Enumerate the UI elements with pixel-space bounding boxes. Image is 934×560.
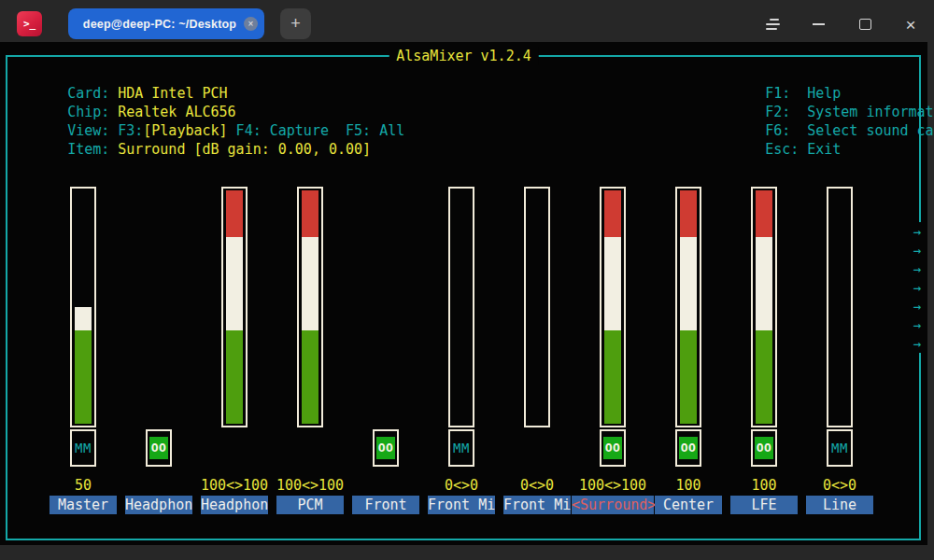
channel-0-master-label[interactable]: Master [50,496,117,514]
switch-state: OO [603,437,622,459]
close-button[interactable]: × [898,11,924,37]
white-level-segment [302,237,318,330]
switch-state: MM [831,439,848,457]
scroll-right-icon: → [906,334,928,353]
channel-6-front-mi-label[interactable]: Front Mi [503,496,571,514]
white-level-segment [680,237,697,330]
red-level-segment [302,190,318,237]
channel-1-headphon-mute-switch[interactable]: OO [146,429,172,467]
channel-5-front-mi-mute-switch[interactable]: MM [448,429,474,467]
channel-9-lfe-label[interactable]: LFE [730,496,798,514]
item-label: Item: [67,140,118,159]
white-level-segment [226,237,243,330]
channel-3-pcm-volume-bar[interactable] [297,187,323,427]
scroll-right-icon: → [906,278,928,297]
volume-fill [226,190,243,424]
volume-fill [529,190,545,424]
help-esc: Esc:Exit [715,121,841,177]
volume-fill [453,190,470,424]
item-value: Surround [dB gain: 0.00, 0.00] [118,141,371,158]
channel-8-center-volume-bar[interactable] [675,187,701,427]
channel-3-pcm-label[interactable]: PCM [276,496,344,514]
green-level-segment [75,330,92,424]
channel-name: Headphon [125,497,192,513]
terminal-app-icon: >_ [17,11,42,36]
scroll-right-icon: → [906,241,928,259]
terminal-titlebar: >_ deep@deep-PC: ~/Desktop × + × [0,0,934,42]
channel-0-master-mute-switch[interactable]: MM [70,429,96,467]
minimize-button[interactable] [805,11,831,37]
switch-state: OO [755,437,773,459]
menu-icon[interactable] [759,11,785,37]
switch-state: MM [453,439,470,457]
minimize-icon [813,23,825,25]
channel-6-front-mi-volume-bar[interactable] [524,187,550,427]
red-level-segment [226,190,243,237]
channel-8-center-mute-switch[interactable]: OO [675,429,701,467]
channel-10-line-mute-switch[interactable]: MM [827,429,853,467]
channel-4-front-label[interactable]: Front [352,496,419,514]
white-level-segment [604,237,621,330]
frame-left [6,55,7,540]
channel-name: Headphon [201,497,268,513]
selected-open-bracket: < [572,497,580,513]
channel-name: PCM [297,497,322,513]
channel-2-headphon-volume-bar[interactable] [221,187,248,427]
channel-10-line-label[interactable]: Line [806,496,873,514]
channel-name: Surround [580,497,647,513]
frame-right-lower [919,353,921,540]
scroll-right-icon: → [906,222,928,241]
channel-4-front-mute-switch[interactable]: OO [373,429,399,467]
volume-fill [680,190,697,424]
switch-state: OO [679,437,698,459]
channel-7-surround-volume-bar[interactable] [600,187,626,427]
channel-1-headphon-label[interactable]: Headphon [125,496,192,514]
volume-fill [302,190,318,424]
switch-state: OO [376,437,395,459]
green-level-segment [756,330,772,424]
white-level-segment [75,307,92,330]
volume-fill [831,190,848,424]
red-level-segment [756,190,772,237]
maximize-icon [859,19,871,30]
volume-fill [604,190,621,424]
green-level-segment [226,330,243,424]
channel-5-front-mi-volume-bar[interactable] [448,187,474,427]
terminal-screen[interactable]: AlsaMixer v1.2.4 Card:HDA Intel PCH Chip… [0,42,927,545]
switch-state: OO [149,437,168,459]
maximize-button[interactable] [852,11,878,37]
frame-bottom [6,539,921,540]
channel-7-surround-label[interactable]: <Surround> [572,496,654,514]
channel-9-lfe-mute-switch[interactable]: OO [751,429,777,467]
help-label: Exit [807,141,841,158]
channel-2-headphon-label[interactable]: Headphon [201,496,268,514]
new-tab-button[interactable]: + [280,8,311,39]
switch-state: MM [75,439,92,457]
channel-7-surround-mute-switch[interactable]: OO [600,429,626,467]
mixer-title: AlsaMixer v1.2.4 [389,47,539,65]
channel-name: Master [58,497,108,513]
channel-0-master-volume-bar[interactable] [70,187,96,427]
channel-10-line-value: 0<>0 [793,476,886,495]
red-level-segment [680,190,697,237]
tab-title: deep@deep-PC: ~/Desktop [83,18,236,31]
channel-3-pcm-value: 100<>100 [263,476,357,495]
channel-name: LFE [751,497,776,513]
tab-close-icon[interactable]: × [244,17,258,31]
scroll-right-icon: → [906,259,928,278]
green-level-segment [604,330,621,424]
item-line: Item:Surround [dB gain: 0.00, 0.00] [17,121,371,177]
channel-5-front-mi-label[interactable]: Front Mi [428,496,495,514]
channel-name: Line [823,497,856,513]
channel-9-lfe-volume-bar[interactable] [751,187,777,427]
scroll-right-icon: → [906,315,928,334]
close-icon: × [905,16,915,34]
screen: >_ deep@deep-PC: ~/Desktop × + × AlsaMix… [0,0,934,560]
channel-name: Front Mi [428,497,495,513]
red-level-segment [604,190,621,237]
volume-fill [756,190,772,424]
channel-10-line-volume-bar[interactable] [827,187,853,427]
channel-8-center-label[interactable]: Center [655,496,722,514]
help-key: Esc: [765,140,807,159]
terminal-tab[interactable]: deep@deep-PC: ~/Desktop × [68,8,264,39]
